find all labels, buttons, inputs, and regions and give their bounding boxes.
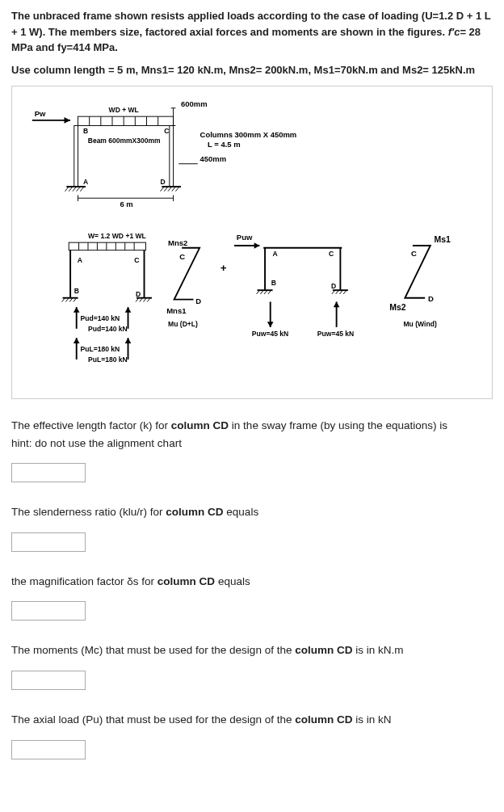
figure-1: 600mm WD + WL Pw B C Beam 600mmX300mm Co…	[15, 91, 489, 229]
svg-marker-99	[254, 242, 260, 249]
svg-marker-26	[65, 117, 71, 124]
svg-text:Mns2: Mns2	[168, 238, 187, 247]
answer-input-5[interactable]	[11, 740, 86, 759]
svg-text:C: C	[411, 249, 417, 258]
svg-text:6 m: 6 m	[120, 200, 132, 208]
svg-text:C: C	[134, 256, 139, 264]
svg-text:D: D	[331, 282, 336, 290]
answer-input-1[interactable]	[11, 463, 86, 482]
svg-text:C: C	[164, 127, 169, 135]
svg-text:Mu (D+L): Mu (D+L)	[168, 320, 198, 328]
svg-rect-9	[170, 126, 174, 187]
svg-text:B: B	[74, 287, 79, 295]
svg-text:A: A	[273, 250, 278, 258]
svg-rect-0	[78, 116, 174, 125]
svg-text:A: A	[78, 256, 82, 264]
answer-input-3[interactable]	[11, 601, 86, 621]
question-5: The axial load (Pu) that must be used fo…	[11, 711, 493, 729]
svg-marker-109	[334, 301, 340, 307]
svg-text:D: D	[195, 297, 201, 305]
svg-marker-107	[267, 322, 274, 327]
svg-text:PuL=180 kN: PuL=180 kN	[80, 345, 120, 353]
question-3: the magnification factor δs for column C…	[11, 573, 493, 591]
svg-text:C: C	[179, 252, 185, 261]
svg-text:B: B	[83, 127, 88, 135]
svg-text:Puw=45 kN: Puw=45 kN	[252, 330, 288, 338]
figure-row: W= 1.2 WD +1 WL A C B D Pud=140 kN Pud=1…	[15, 229, 489, 390]
svg-text:A: A	[83, 178, 88, 186]
question-1: The effective length factor (k) for colu…	[11, 417, 493, 452]
answer-input-4[interactable]	[11, 671, 86, 690]
svg-text:D: D	[428, 294, 434, 303]
intro-p1a: The unbraced frame shown resists applied…	[11, 10, 491, 38]
svg-text:Pud=140 kN: Pud=140 kN	[80, 314, 120, 322]
svg-text:Mu (Wind): Mu (Wind)	[403, 320, 436, 328]
svg-text:+: +	[220, 262, 227, 274]
svg-text:450mm: 450mm	[200, 154, 227, 163]
svg-text:Puw: Puw	[237, 233, 253, 242]
svg-text:Ms1: Ms1	[435, 235, 452, 244]
svg-rect-8	[74, 126, 78, 187]
svg-text:Pud=140 kN: Pud=140 kN	[88, 325, 128, 333]
svg-text:D: D	[161, 178, 166, 186]
svg-text:C: C	[329, 250, 334, 258]
problem-statement-2: Use column length = 5 m, Mns1= 120 kN.m,…	[11, 62, 493, 78]
svg-text:Puw=45 kN: Puw=45 kN	[317, 330, 354, 338]
svg-marker-73	[74, 338, 80, 343]
figure-block: 600mm WD + WL Pw B C Beam 600mmX300mm Co…	[11, 86, 493, 399]
svg-text:L = 4.5 m: L = 4.5 m	[208, 140, 240, 149]
svg-text:B: B	[271, 279, 276, 287]
question-2: The slenderness ratio (klu/r) for column…	[11, 503, 493, 521]
answer-input-2[interactable]	[11, 532, 86, 552]
svg-text:Columns 300mm X 450mm: Columns 300mm X 450mm	[200, 130, 297, 139]
svg-marker-71	[125, 307, 132, 313]
svg-text:Pw: Pw	[35, 109, 46, 118]
svg-marker-69	[74, 307, 80, 313]
problem-statement-1: The unbraced frame shown resists applied…	[11, 8, 493, 56]
svg-marker-75	[125, 338, 132, 343]
svg-text:Mns1: Mns1	[166, 306, 187, 315]
svg-text:600mm: 600mm	[181, 99, 208, 108]
intro-fc: f'c	[448, 26, 460, 38]
svg-text:Ms2: Ms2	[389, 303, 406, 312]
svg-text:W= 1.2 WD +1 WL: W= 1.2 WD +1 WL	[88, 232, 146, 240]
svg-text:PuL=180 kN: PuL=180 kN	[88, 356, 128, 364]
svg-text:D: D	[136, 290, 141, 298]
svg-text:WD + WL: WD + WL	[109, 106, 139, 114]
question-4: The moments (Mc) that must be used for t…	[11, 642, 493, 659]
svg-text:Beam 600mmX300mm: Beam 600mmX300mm	[88, 137, 161, 145]
